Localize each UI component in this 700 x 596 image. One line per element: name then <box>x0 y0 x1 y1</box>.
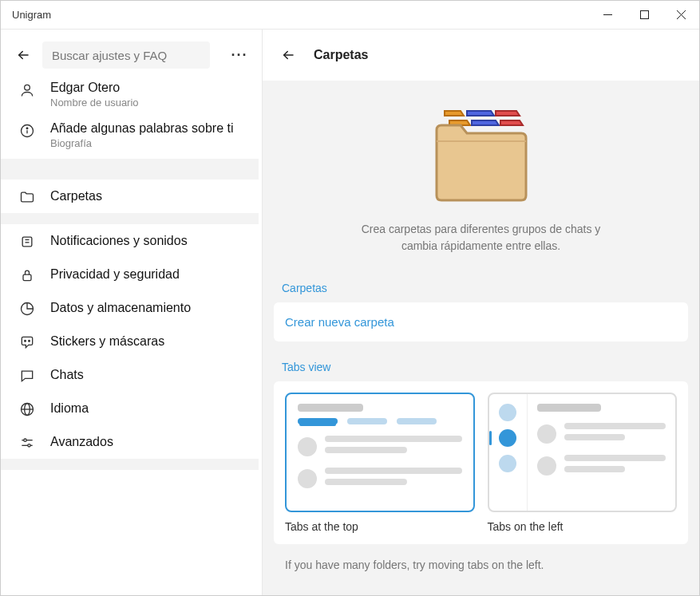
bell-icon <box>18 234 36 250</box>
content-back-button[interactable] <box>274 41 303 69</box>
svg-point-20 <box>24 439 26 441</box>
sliders-icon <box>18 435 36 451</box>
minimize-button[interactable] <box>589 1 626 30</box>
sidebar-item-data[interactable]: Datos y almacenamiento <box>1 291 259 325</box>
hero-section: Crea carpetas para diferentes grupos de … <box>263 81 699 277</box>
content-body[interactable]: Crea carpetas para diferentes grupos de … <box>263 81 699 595</box>
section-label-tabs: Tabs view <box>263 356 699 381</box>
tabs-left-caption: Tabs on the left <box>488 520 678 533</box>
section-label-folders: Carpetas <box>263 277 699 302</box>
tabs-hint: If you have many folders, try moving tab… <box>263 559 699 578</box>
sidebar-divider <box>1 459 259 470</box>
sidebar-item-label: Chats <box>50 368 84 382</box>
tabs-top-preview <box>285 393 475 512</box>
sidebar-item-label: Notificaciones y sonidos <box>50 234 188 248</box>
sidebar-item-stickers[interactable]: Stickers y máscaras <box>1 325 259 358</box>
sidebar-item-language[interactable]: Idioma <box>1 392 259 425</box>
sidebar-item-folders[interactable]: Carpetas <box>1 180 259 213</box>
content-title: Carpetas <box>314 48 368 62</box>
svg-rect-9 <box>22 237 32 247</box>
sidebar-back-button[interactable] <box>9 41 38 69</box>
sidebar-item-label: Carpetas <box>50 189 102 203</box>
sidebar-list[interactable]: Edgar Otero Nombre de usuario Añade algu… <box>1 81 262 595</box>
maximize-button[interactable] <box>626 1 662 30</box>
svg-rect-1 <box>640 11 648 19</box>
settings-search-input[interactable] <box>42 41 210 69</box>
globe-icon <box>18 401 36 417</box>
svg-point-15 <box>29 341 30 342</box>
sidebar-item-label: Stickers y máscaras <box>50 334 164 349</box>
sidebar-item-chats[interactable]: Chats <box>1 358 259 392</box>
close-button[interactable] <box>662 1 699 30</box>
tabs-top-option[interactable]: Tabs at the top <box>285 393 475 533</box>
chat-icon <box>18 368 36 384</box>
profile-username-caption: Nombre de usuario <box>50 97 139 109</box>
folders-illustration-icon <box>417 97 545 208</box>
content-pane: Carpetas <box>263 30 699 595</box>
svg-point-22 <box>28 444 30 447</box>
user-icon <box>18 82 36 98</box>
window-titlebar: Unigram <box>1 1 699 30</box>
profile-bio-item[interactable]: Añade algunas palabras sobre ti Biografí… <box>1 118 259 159</box>
sidebar-item-notifications[interactable]: Notificaciones y sonidos <box>1 224 259 258</box>
tabs-view-card: Tabs at the top <box>274 381 688 544</box>
sidebar-item-label: Privacidad y seguridad <box>50 267 180 282</box>
sidebar-item-label: Avanzados <box>50 435 113 449</box>
profile-username: Edgar Otero <box>50 81 139 95</box>
profile-bio-prompt: Añade algunas palabras sobre ti <box>50 121 234 136</box>
sticker-icon <box>18 334 36 350</box>
sidebar-divider <box>1 213 259 224</box>
folder-icon <box>18 189 36 205</box>
create-folder-card: Crear nueva carpeta <box>274 302 688 341</box>
settings-sidebar: ··· Edgar Otero Nombre de usuario Añade … <box>1 30 263 595</box>
hero-description: Crea carpetas para diferentes grupos de … <box>350 221 613 255</box>
more-menu-button[interactable]: ··· <box>225 41 254 69</box>
sidebar-header: ··· <box>1 30 262 81</box>
profile-username-item[interactable]: Edgar Otero Nombre de usuario <box>1 81 259 118</box>
tabs-left-option[interactable]: Tabs on the left <box>488 393 678 533</box>
pie-chart-icon <box>18 301 36 317</box>
sidebar-item-privacy[interactable]: Privacidad y seguridad <box>1 258 259 291</box>
lock-icon <box>18 267 36 283</box>
svg-point-14 <box>25 341 26 342</box>
sidebar-item-label: Idioma <box>50 401 89 416</box>
sidebar-item-label: Datos y almacenamiento <box>50 301 191 315</box>
window-controls <box>589 1 699 30</box>
svg-point-8 <box>26 128 28 129</box>
window-title: Unigram <box>12 9 51 21</box>
sidebar-item-advanced[interactable]: Avanzados <box>1 425 259 459</box>
profile-bio-caption: Biografía <box>50 137 234 149</box>
sidebar-divider <box>1 159 259 180</box>
info-icon <box>18 123 36 139</box>
content-header: Carpetas <box>263 30 699 81</box>
svg-point-5 <box>25 85 30 90</box>
create-folder-button[interactable]: Crear nueva carpeta <box>274 302 688 341</box>
tabs-top-caption: Tabs at the top <box>285 520 475 533</box>
svg-rect-12 <box>23 274 31 281</box>
tabs-left-preview <box>488 393 678 512</box>
